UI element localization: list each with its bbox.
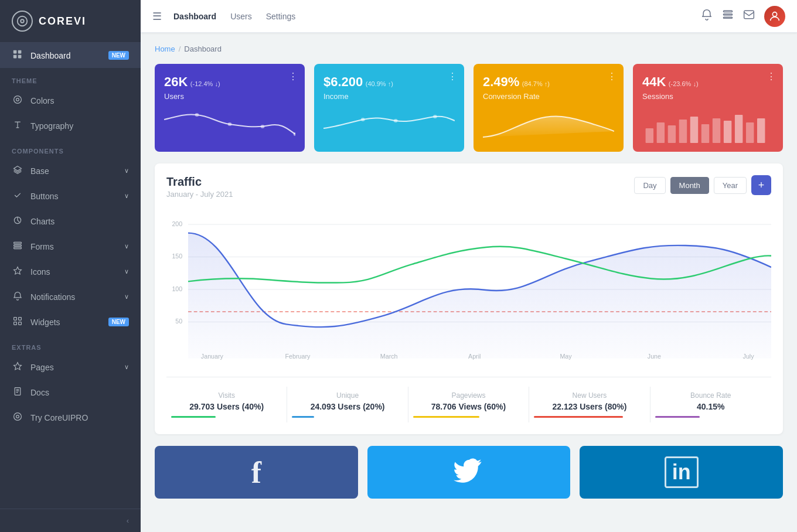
stat-card-conversion-label: Conversion Rate	[483, 92, 614, 101]
plus-icon: +	[758, 179, 765, 192]
traffic-chart-area: 200 150 100 50	[166, 208, 771, 372]
svg-rect-37	[690, 117, 698, 143]
svg-rect-41	[735, 115, 742, 143]
page-content: Home / Dashboard ⋮ 26K (-12.4% ↓) Users	[141, 33, 797, 532]
notifications-chevron: ∨	[124, 293, 129, 301]
stat-card-users-menu[interactable]: ⋮	[288, 71, 298, 82]
sidebar-item-icons[interactable]: Icons ∨	[0, 259, 141, 284]
sidebar-collapse-button[interactable]: ‹	[0, 509, 141, 532]
dashboard-icon	[12, 50, 23, 61]
visits-value: 29.703 Users (40%)	[171, 402, 282, 411]
social-card-linkedin[interactable]: in	[580, 446, 783, 499]
svg-rect-2	[13, 50, 17, 54]
svg-point-0	[18, 16, 28, 26]
sidebar-item-typography[interactable]: Typography	[0, 113, 141, 138]
try-pro-icon	[12, 412, 23, 423]
buttons-label: Buttons	[30, 192, 58, 201]
stat-card-users-value: 26K (-12.4% ↓)	[164, 74, 295, 90]
twitter-icon	[454, 455, 484, 490]
svg-text:January: January	[201, 353, 224, 360]
breadcrumb-separator: /	[179, 45, 181, 53]
list-icon[interactable]	[722, 9, 734, 23]
topbar-link-dashboard[interactable]: Dashboard	[173, 12, 216, 21]
widgets-badge: NEW	[108, 318, 129, 326]
svg-rect-23	[724, 17, 733, 18]
new-users-value: 22.123 Users (80%)	[534, 402, 645, 411]
base-label: Base	[30, 166, 49, 176]
sidebar-item-base[interactable]: Base ∨	[0, 158, 141, 183]
sidebar-item-notifications[interactable]: Notifications ∨	[0, 284, 141, 309]
svg-rect-35	[668, 125, 676, 143]
email-icon[interactable]	[743, 9, 755, 23]
social-cards-grid: f in	[155, 446, 783, 499]
svg-text:150: 150	[172, 253, 182, 260]
sidebar-item-widgets[interactable]: Widgets NEW	[0, 309, 141, 335]
sidebar-item-colors[interactable]: Colors	[0, 88, 141, 113]
svg-point-32	[433, 115, 437, 118]
sidebar-item-pages[interactable]: Pages ∨	[0, 354, 141, 380]
svg-text:50: 50	[175, 318, 182, 325]
add-chart-button[interactable]: +	[751, 175, 771, 195]
facebook-icon: f	[251, 455, 261, 490]
typography-label: Typography	[30, 121, 73, 131]
traffic-subtitle: January - July 2021	[166, 190, 233, 199]
stat-card-users-label: Users	[164, 92, 295, 101]
traffic-section: Traffic January - July 2021 Day Month Ye…	[155, 163, 783, 434]
time-btn-month[interactable]: Month	[670, 177, 709, 194]
widgets-label: Widgets	[30, 318, 60, 327]
try-pro-label: Try CoreUIPRO	[30, 413, 88, 422]
svg-rect-42	[746, 122, 754, 143]
hamburger-icon[interactable]: ☰	[152, 10, 162, 23]
stat-card-sessions-menu[interactable]: ⋮	[767, 71, 776, 82]
forms-label: Forms	[30, 242, 54, 251]
bounce-label: Bounce Rate	[655, 391, 767, 400]
stat-card-users: ⋮ 26K (-12.4% ↓) Users	[155, 64, 305, 152]
sidebar-item-dashboard[interactable]: Dashboard NEW	[0, 43, 141, 68]
svg-marker-17	[14, 363, 22, 370]
traffic-controls: Day Month Year +	[634, 175, 771, 195]
svg-point-31	[394, 119, 398, 122]
pages-label: Pages	[30, 363, 54, 372]
chart-stat-pageviews: Pageviews 78.706 Views (60%)	[408, 387, 529, 422]
svg-point-25	[772, 12, 776, 16]
user-avatar[interactable]	[764, 6, 785, 27]
social-card-facebook[interactable]: f	[155, 446, 358, 499]
svg-point-30	[361, 118, 365, 121]
sidebar-item-forms[interactable]: Forms ∨	[0, 234, 141, 259]
pageviews-value: 78.706 Views (60%)	[413, 402, 524, 411]
topbar-link-settings[interactable]: Settings	[266, 12, 296, 21]
svg-rect-5	[18, 55, 22, 59]
breadcrumb-home[interactable]: Home	[155, 45, 175, 53]
sidebar-item-charts[interactable]: Charts	[0, 209, 141, 234]
stat-card-conversion: ⋮ 2.49% (84.7% ↑) Conversion Rate	[474, 64, 624, 152]
stat-card-income-menu[interactable]: ⋮	[448, 71, 457, 82]
stat-card-sessions-chart	[642, 108, 774, 146]
stat-card-users-chart	[164, 108, 295, 146]
main-content: ☰ Dashboard Users Settings Home /	[141, 0, 797, 532]
sidebar-item-buttons[interactable]: Buttons ∨	[0, 183, 141, 209]
sidebar-item-try-pro[interactable]: Try CoreUIPRO	[0, 405, 141, 430]
svg-rect-24	[744, 11, 754, 18]
svg-rect-40	[724, 121, 731, 143]
traffic-title: Traffic	[166, 175, 233, 189]
sidebar-item-docs[interactable]: Docs	[0, 380, 141, 405]
svg-text:100: 100	[172, 285, 182, 292]
unique-label: Unique	[292, 391, 403, 400]
bell-icon[interactable]	[701, 9, 713, 23]
stat-cards-grid: ⋮ 26K (-12.4% ↓) Users	[155, 64, 783, 152]
linkedin-icon: in	[665, 456, 699, 488]
svg-point-27	[228, 122, 232, 126]
stat-card-conversion-menu[interactable]: ⋮	[607, 71, 617, 82]
svg-rect-33	[646, 128, 653, 143]
svg-rect-10	[14, 245, 22, 246]
social-card-twitter[interactable]	[367, 446, 571, 499]
time-btn-year[interactable]: Year	[714, 177, 747, 194]
svg-rect-38	[701, 124, 709, 143]
new-users-bar	[534, 416, 623, 418]
stat-card-income-label: Income	[323, 92, 455, 101]
svg-text:July: July	[743, 353, 755, 360]
topbar-link-users[interactable]: Users	[230, 12, 252, 21]
new-users-label: New Users	[534, 391, 645, 400]
buttons-chevron: ∨	[124, 192, 129, 200]
time-btn-day[interactable]: Day	[634, 177, 665, 194]
